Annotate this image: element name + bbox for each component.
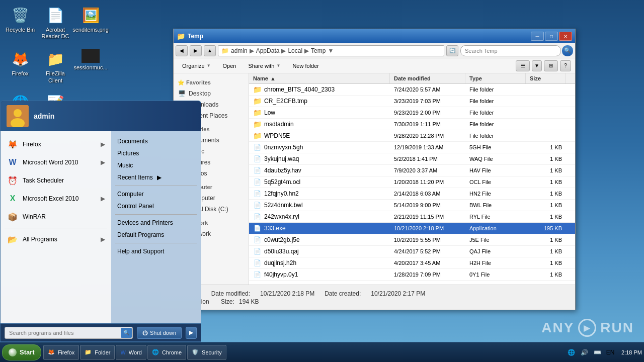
start-item-all-programs[interactable]: 📂 All Programs ▶: [1, 230, 111, 248]
right-pictures-label: Pictures: [117, 150, 139, 157]
table-row[interactable]: 📁WPDN5E9/28/2020 12:28 PMFile folder: [249, 130, 575, 142]
taskbar-item-chrome[interactable]: 🌐 Chrome: [147, 345, 186, 360]
volume-tray-icon[interactable]: 🔊: [579, 347, 589, 357]
start-divider-2: [115, 186, 197, 186]
taskbar-item-folder[interactable]: 📁 Folder: [80, 345, 115, 360]
table-row[interactable]: 📄0nzmvyxn.5gh12/19/2019 1:33 AM5GH File1…: [249, 142, 575, 153]
start-right-devices-printers[interactable]: Devices and Printers: [111, 217, 201, 229]
organize-button[interactable]: Organize ▼: [178, 60, 215, 72]
desktop-icon-filezilla[interactable]: 📁 FileZilla Client: [40, 49, 70, 83]
shutdown-icon: ⏻: [142, 330, 148, 336]
refresh-button[interactable]: 🔄: [446, 45, 458, 56]
keyboard-tray-icon[interactable]: ⌨️: [592, 347, 602, 357]
shutdown-arrow-button[interactable]: ▶: [186, 327, 197, 339]
status-size-label: Size:: [221, 298, 234, 305]
acrobat-label: Acrobat Reader DC: [40, 27, 70, 40]
view-details-button[interactable]: ⊞: [544, 60, 558, 71]
folder-icon: 📁: [253, 109, 261, 117]
tb-chrome-label: Chrome: [162, 349, 182, 355]
nav-desktop-label: Desktop: [189, 90, 211, 97]
column-size-header[interactable]: Size: [526, 73, 566, 83]
file-name: c0wut2gb.j5e: [264, 236, 300, 243]
start-right-music[interactable]: Music: [111, 159, 201, 171]
table-row[interactable]: 📄c0wut2gb.j5e10/2/2019 5:55 PMJ5E File1 …: [249, 234, 575, 246]
search-input[interactable]: [460, 45, 561, 56]
column-type-header[interactable]: Type: [465, 73, 526, 83]
nav-item-desktop[interactable]: 🖥️ Desktop: [174, 88, 249, 99]
search-go-button[interactable]: 🔍: [562, 45, 573, 56]
new-folder-button[interactable]: New folder: [288, 60, 324, 72]
start-divider-1: [5, 228, 107, 228]
file-icon: 📄: [253, 178, 261, 186]
table-row[interactable]: 📄12fqjny0.hn22/14/2018 6:03 AMHN2 File1 …: [249, 188, 575, 200]
file-icon: 📄: [253, 270, 261, 279]
start-item-task-scheduler[interactable]: ⏰ Task Scheduler: [1, 171, 111, 190]
file-icon: 📄: [253, 201, 261, 209]
help-button[interactable]: ?: [560, 60, 571, 71]
desktop-icon-firefox[interactable]: 🦊 Firefox: [5, 49, 35, 83]
table-row[interactable]: 📄242wxn4x.ryl2/21/2019 11:15 PMRYL File1…: [249, 211, 575, 223]
shutdown-button[interactable]: ⏻ Shut down: [137, 327, 182, 339]
taskbar-item-firefox[interactable]: 🦊 Firefox: [43, 345, 79, 360]
lang-tray-icon[interactable]: EN: [605, 347, 615, 357]
window-maximize-button[interactable]: □: [545, 32, 558, 41]
start-search-button[interactable]: 🔍: [121, 328, 132, 338]
file-type: File folder: [465, 85, 526, 94]
start-right-default-programs[interactable]: Default Programs: [111, 229, 201, 241]
file-rows-container: 📁chrome_BITS_4040_23037/24/2020 5:57 AMF…: [249, 84, 575, 281]
up-button[interactable]: ▲: [204, 45, 216, 56]
taskbar-item-word[interactable]: W Word: [116, 345, 146, 360]
table-row[interactable]: 📁Low9/23/2019 2:00 PMFile folder: [249, 107, 575, 119]
start-right-documents[interactable]: Documents: [111, 135, 201, 147]
start-item-firefox[interactable]: 🦊 Firefox ▶: [1, 135, 111, 153]
folder-icon: 📁: [253, 85, 261, 94]
table-row[interactable]: 📄333.exe10/21/2020 2:18 PMApplication195…: [249, 223, 575, 234]
table-row[interactable]: 📄52z4dnmk.bwl5/14/2019 9:00 PMBWL File1 …: [249, 200, 575, 211]
taskbar-item-security[interactable]: 🛡️ Security: [187, 345, 226, 360]
start-right-pictures[interactable]: Pictures: [111, 147, 201, 159]
desktop-icon-acrobat[interactable]: 📄 Acrobat Reader DC: [40, 5, 70, 40]
network-tray-icon[interactable]: 🌐: [566, 347, 576, 357]
window-close-button[interactable]: ✕: [559, 32, 572, 41]
window-title-icon: 📁: [177, 32, 185, 40]
favorites-section-label: ⭐ Favorites: [174, 77, 249, 88]
start-item-excel[interactable]: X Microsoft Excel 2010 ▶: [1, 190, 111, 208]
new-folder-label: New folder: [292, 63, 319, 69]
file-size: 1 KB: [526, 154, 566, 163]
desktop-icon-recycle-bin[interactable]: 🗑️ Recycle Bin: [5, 5, 35, 40]
start-search-input[interactable]: [5, 327, 133, 339]
view-list-button[interactable]: ☰: [516, 60, 530, 71]
table-row[interactable]: 📄duqjlnsj.h2h4/20/2017 3:45 AMH2H File1 …: [249, 257, 575, 269]
table-row[interactable]: 📁msdtadmin7/30/2019 1:11 PMFile folder: [249, 119, 575, 130]
forward-button[interactable]: ▶: [190, 45, 202, 56]
file-name: 242wxn4x.ryl: [264, 213, 299, 220]
tb-security-icon: 🛡️: [192, 349, 199, 355]
table-row[interactable]: 📄f40jhyvp.0y11/28/2019 7:09 PM0Y1 File1 …: [249, 269, 575, 281]
column-name-header[interactable]: Name ▲: [249, 73, 390, 83]
file-icon: 📄: [253, 247, 261, 255]
column-date-header[interactable]: Date modified: [390, 73, 465, 83]
start-button[interactable]: Start: [2, 344, 41, 360]
view-options-button[interactable]: ▼: [532, 60, 542, 71]
start-right-control-panel[interactable]: Control Panel: [111, 200, 201, 212]
back-button[interactable]: ◀: [176, 45, 188, 56]
table-row[interactable]: 📁chrome_BITS_4040_23037/24/2020 5:57 AMF…: [249, 84, 575, 96]
window-minimize-button[interactable]: ─: [531, 32, 544, 41]
open-button[interactable]: Open: [218, 60, 241, 72]
start-right-computer[interactable]: Computer: [111, 188, 201, 200]
table-row[interactable]: 📄5q52gt4m.ocl1/20/2018 11:20 PMOCL File1…: [249, 176, 575, 188]
start-right-help-support[interactable]: Help and Support: [111, 245, 201, 257]
table-row[interactable]: 📄3ykujnuj.waq5/2/2018 1:41 PMWAQ File1 K…: [249, 153, 575, 165]
senditems-label: senditems.png: [72, 27, 109, 33]
address-path[interactable]: 📁 admin ▶ AppData ▶ Local ▶ Temp ▼: [218, 45, 444, 56]
table-row[interactable]: 📁CR_E2CFB.tmp3/23/2019 7:03 PMFile folde…: [249, 96, 575, 107]
start-item-word[interactable]: W Microsoft Word 2010 ▶: [1, 153, 111, 171]
table-row[interactable]: 📄4daubz5y.hav7/9/2020 3:37 AMHAV File1 K…: [249, 165, 575, 176]
desktop-icon-senditems[interactable]: 🖼️ senditems.png: [75, 5, 106, 40]
desktop-icon-sessionmuc[interactable]: sessionmuc...: [75, 49, 106, 83]
share-with-button[interactable]: Share with ▼: [244, 60, 285, 72]
file-type: File folder: [465, 97, 526, 106]
start-right-recent-items[interactable]: Recent Items ▶: [111, 171, 201, 184]
start-item-winrar[interactable]: 📦 WinRAR: [1, 208, 111, 226]
table-row[interactable]: 📄d50iu33u.qaj4/24/2017 5:52 PMQAJ File1 …: [249, 246, 575, 257]
